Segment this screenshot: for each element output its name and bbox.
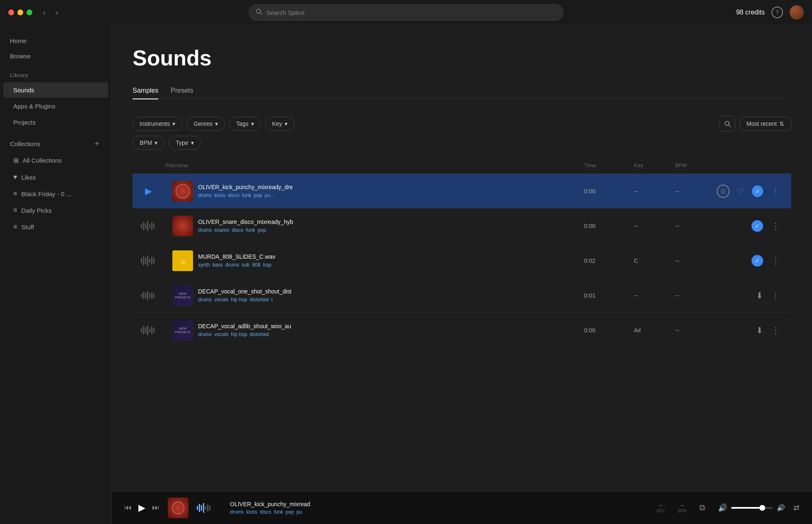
sidebar-item-all-collections[interactable]: ⊞ All Collections [3,152,108,168]
track-tags-4: drums vocals hip hop distorted [198,332,291,337]
volume-slider[interactable] [731,507,773,509]
like-button-0[interactable]: ♡ [735,185,747,198]
add-collection-button[interactable]: + [92,139,102,148]
tag-2-0[interactable]: synth [198,262,210,268]
filter-row-2: BPM ▾ Type ▾ [133,136,201,150]
table-row[interactable]: NEW PRESETS DECAP_vocal_one_shot_shout_d… [133,278,791,313]
waveform-bar [151,292,152,299]
tag-3-4[interactable]: t [271,297,273,303]
tag-3-0[interactable]: drums [198,297,212,303]
sidebar-item-home[interactable]: Home [0,33,111,48]
maximize-button[interactable] [27,10,32,15]
waveform-bar [141,328,142,332]
tags-filter-label: Tags [236,120,249,127]
more-options-button-2[interactable]: ⋮ [768,254,783,267]
tag-1-4[interactable]: pop [258,227,266,233]
back-button[interactable]: ‹ [41,7,48,19]
minimize-button[interactable] [17,10,23,15]
sidebar-item-black-friday[interactable]: ≡ Black Friday - 0 ... [3,186,108,202]
instruments-filter[interactable]: Instruments ▾ [133,117,182,131]
player-tag-2[interactable]: disco [260,509,271,515]
similar-button-0[interactable]: ⊙ [717,185,730,198]
loop-button[interactable]: ⇄ [793,503,800,512]
download-button-4[interactable]: ⬇ [756,325,763,335]
player-prev-button[interactable]: ⏮ [124,503,132,512]
stuff-label: Stuff [21,224,34,231]
sidebar-item-daily-picks[interactable]: ≡ Daily Picks [3,202,108,218]
tag-2-5[interactable]: trap [263,262,272,268]
download-button-1[interactable]: ✓ [752,220,763,232]
sort-button[interactable]: Most recent ⇅ [740,117,791,131]
sidebar-item-sounds[interactable]: Sounds [3,82,108,98]
tag-1-3[interactable]: funk [246,227,255,233]
search-toggle-button[interactable] [720,116,735,132]
sidebar-item-stuff[interactable]: ≡ Stuff [3,219,108,235]
close-button[interactable] [8,10,14,15]
more-options-button-4[interactable]: ⋮ [768,324,783,337]
tag-0-2[interactable]: disco [228,192,239,198]
player-tag-0[interactable]: drums [230,509,244,515]
play-button-0[interactable]: ▶ [141,184,156,199]
tag-2-1[interactable]: bass [213,262,223,268]
tag-0-5[interactable]: pu... [265,192,274,198]
tag-4-2[interactable]: hip hop [231,332,247,337]
tag-2-2[interactable]: drums [225,262,239,268]
user-avatar[interactable] [790,5,804,19]
tag-0-0[interactable]: drums [198,192,212,198]
more-options-button-1[interactable]: ⋮ [768,219,783,233]
table-row[interactable]: 👋 MURDA_808_SLIDES_C.wav synth bass drum… [133,243,791,278]
player-controls: ⏮ ▶ ⏭ [124,502,160,513]
player-next-button[interactable]: ⏭ [152,503,160,512]
track-bpm-4: -- [675,327,717,334]
tag-3-1[interactable]: vocals [214,297,228,303]
table-row[interactable]: OLIVER_snare_disco_mixready_hyb drums sn… [133,209,791,243]
type-filter[interactable]: Type ▾ [169,136,201,150]
tag-1-1[interactable]: snares [214,227,229,233]
forward-button[interactable]: › [53,7,60,19]
genres-filter[interactable]: Genres ▾ [186,117,225,131]
home-label: Home [10,37,27,44]
player-play-button[interactable]: ▶ [138,502,145,513]
sidebar-item-apps-plugins[interactable]: Apps & Plugins [3,99,108,114]
download-button-3[interactable]: ⬇ [756,291,763,300]
table-row[interactable]: NEW PRESETS DECAP_vocal_adlib_shout_woo_… [133,313,791,348]
waveform-bar [149,329,150,332]
tag-4-0[interactable]: drums [198,332,212,337]
tag-0-1[interactable]: kicks [214,192,225,198]
download-button-2[interactable]: ✓ [752,255,763,267]
track-art-image-1 [172,216,193,236]
table-row[interactable]: ▶ OLIVER_kick_punchy_mixready_dre drums … [133,174,791,209]
track-actions-3: ⬇ ⋮ [717,289,783,302]
tab-presets[interactable]: Presets [171,83,193,99]
tag-0-3[interactable]: funk [242,192,251,198]
player-tag-4[interactable]: pop [286,509,294,515]
search-bar[interactable]: Search Splice [249,4,563,21]
tag-1-2[interactable]: disco [232,227,243,233]
track-art-image-0 [172,181,193,202]
tag-4-3[interactable]: distorted [250,332,269,337]
tag-3-3[interactable]: distorted [250,297,269,303]
tab-samples[interactable]: Samples [133,83,158,99]
help-button[interactable]: ? [771,7,783,18]
player-tag-5[interactable]: pu [297,509,302,515]
sidebar-item-likes[interactable]: ♥ Likes [3,169,108,185]
player-tag-1[interactable]: kicks [246,509,257,515]
tag-2-4[interactable]: 808 [252,262,261,268]
more-options-button-3[interactable]: ⋮ [768,289,783,302]
sidebar-item-projects[interactable]: Projects [3,115,108,130]
key-filter[interactable]: Key ▾ [265,117,295,131]
tags-filter[interactable]: Tags ▾ [229,117,261,131]
download-button-0[interactable]: ✓ [752,185,763,197]
tag-3-2[interactable]: hip hop [231,297,247,303]
tag-1-0[interactable]: drums [198,227,212,233]
tag-4-1[interactable]: vocals [214,332,228,337]
player-tag-3[interactable]: funk [274,509,283,515]
more-options-button-0[interactable]: ⋮ [768,185,783,198]
bpm-filter[interactable]: BPM ▾ [133,136,164,150]
tag-2-3[interactable]: sub [242,262,249,268]
play-triangle-icon: ▶ [145,186,152,197]
copy-button[interactable]: ⧉ [695,500,710,515]
sidebar-item-browse[interactable]: Browse [0,48,111,64]
col-bpm: BPM [675,162,717,168]
tag-0-4[interactable]: pop [254,192,262,198]
